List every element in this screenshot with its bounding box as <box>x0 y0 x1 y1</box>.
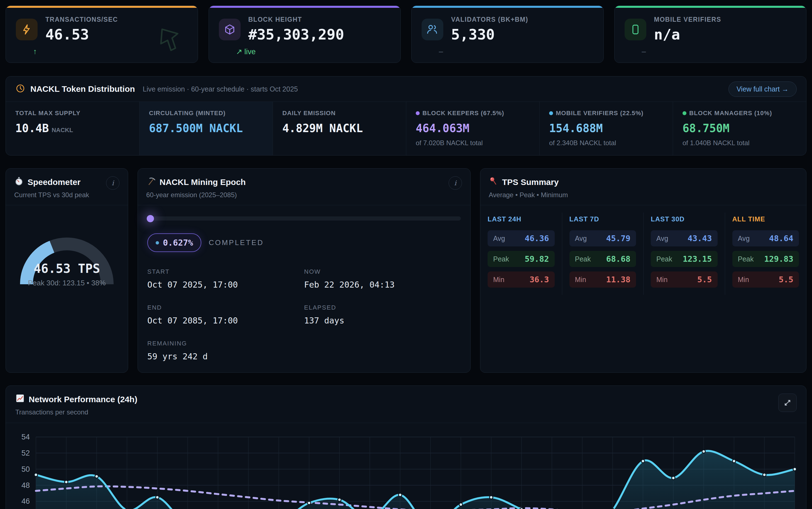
tps-col-last-30d: LAST 30D Avg43.43 Peak123.15 Min5.5 <box>643 212 725 295</box>
svg-text:48: 48 <box>22 481 30 489</box>
completed-label: COMPLETED <box>209 238 264 247</box>
stat-card-validators: VALIDATORS (BK+BM) 5,330 – <box>411 6 604 63</box>
cell-value: 687.500M NACKL <box>149 122 263 135</box>
pushpin-icon <box>489 176 498 188</box>
no-change-dash: – <box>439 47 593 56</box>
cube-icon <box>219 19 241 40</box>
avg-tile: Avg45.79 <box>569 230 636 246</box>
svg-text:46: 46 <box>22 497 30 505</box>
peak-tile: Peak129.83 <box>732 251 799 267</box>
panel-subtitle: 60-year emission (2025–2085) <box>146 191 448 199</box>
chart-up-icon <box>15 394 25 405</box>
stat-label: BLOCK HEIGHT <box>248 16 344 23</box>
cell-value: 68.750M <box>683 122 797 135</box>
stats-row: TRANSACTIONS/SEC 46.53 ↑ BLOCK HEIGHT #3… <box>6 6 806 63</box>
stat-card-block-height: BLOCK HEIGHT #35,303,290 ↗ live <box>209 6 401 63</box>
stat-value: #35,303,290 <box>248 26 344 43</box>
legend-dot <box>416 111 419 115</box>
svg-text:54: 54 <box>22 433 30 441</box>
badge-dot <box>156 241 159 244</box>
cell-value: 154.688M <box>549 122 663 135</box>
panel-title: NACKL Mining Epoch <box>160 177 246 187</box>
cell-mobile-verifiers: MOBILE VERIFIERS (22.5%) 154.688M of 2.3… <box>539 102 673 155</box>
cell-sub: of 7.020B NACKL total <box>416 139 530 147</box>
pickaxe-icon <box>146 176 156 188</box>
no-change-dash: – <box>642 47 797 56</box>
stat-card-mobile-verifiers: MOBILE VERIFIERS n/a – <box>614 6 807 63</box>
panel-title: TPS Summary <box>502 177 559 187</box>
peak-tile: Peak59.82 <box>488 251 555 267</box>
tps-gauge: 46.53 TPS Peak 30d: 123.15 • 38% <box>14 223 120 295</box>
peak-tile: Peak68.68 <box>569 251 636 267</box>
clock-icon <box>15 83 25 95</box>
completed-percent-badge: 0.627% <box>147 233 201 252</box>
gauge-sub: Peak 30d: 123.15 • 38% <box>14 279 120 287</box>
min-tile: Min5.5 <box>732 271 799 287</box>
panel-subtitle: Live emission · 60-year schedule · start… <box>143 85 298 93</box>
svg-text:52: 52 <box>22 449 30 457</box>
cell-value: 464.063M <box>416 122 530 135</box>
min-tile: Min11.38 <box>569 271 636 287</box>
mining-epoch-panel: NACKL Mining Epoch 60-year emission (202… <box>137 168 471 373</box>
cell-sub: of 1.040B NACKL total <box>683 139 797 147</box>
cursor-arrow-icon <box>156 27 183 57</box>
cell-block-managers: BLOCK MANAGERS (10%) 68.750M of 1.040B N… <box>673 102 806 155</box>
accent-bar <box>6 6 198 8</box>
cell-sub: of 2.340B NACKL total <box>549 139 663 147</box>
min-tile: Min5.5 <box>651 271 718 287</box>
stopwatch-icon <box>14 176 24 188</box>
cell-value: 4.829M NACKL <box>282 122 397 135</box>
lightning-icon <box>16 19 38 40</box>
tps-col-all-time: ALL TIME Avg48.64 Peak129.83 Min5.5 <box>725 212 806 295</box>
stat-card-tps: TRANSACTIONS/SEC 46.53 ↑ <box>6 6 198 63</box>
epoch-progress-bar <box>147 216 461 220</box>
panel-subtitle: Current TPS vs 30d peak <box>14 191 106 199</box>
stat-label: MOBILE VERIFIERS <box>654 16 721 23</box>
users-icon <box>421 19 443 40</box>
panel-title: Speedometer <box>28 177 81 187</box>
gauge-value: 46.53 TPS <box>14 262 120 276</box>
cell-unit: NACKL <box>52 127 73 134</box>
tps-col-last-24h: LAST 24H Avg46.36 Peak59.82 Min36.3 <box>480 212 562 295</box>
stat-label: TRANSACTIONS/SEC <box>45 16 118 23</box>
accent-bar <box>412 6 603 8</box>
accent-bar <box>615 6 806 8</box>
panel-title: Network Performance (24h) <box>29 395 137 404</box>
tps-summary-panel: TPS Summary Average • Peak • Minimum LAS… <box>480 168 806 373</box>
panel-subtitle: Average • Peak • Minimum <box>489 191 798 199</box>
smartphone-icon <box>625 19 646 40</box>
cell-value: 10.4B <box>15 122 49 135</box>
svg-text:50: 50 <box>22 465 30 473</box>
cell-block-keepers: BLOCK KEEPERS (67.5%) 464.063M of 7.020B… <box>406 102 539 155</box>
accent-bar <box>209 6 401 8</box>
cell-circulating: CIRCULATING (MINTED) 687.500M NACKL <box>139 102 273 155</box>
legend-dot <box>549 111 553 115</box>
field-start: START Oct 07 2025, 17:00 <box>147 268 304 290</box>
min-tile: Min36.3 <box>488 271 555 287</box>
field-elapsed: ELAPSED 137 days <box>304 304 461 326</box>
tps-col-last-7d: LAST 7D Avg45.79 Peak68.68 Min11.38 <box>562 212 644 295</box>
stat-value: n/a <box>654 26 721 43</box>
field-now: NOW Feb 22 2026, 04:13 <box>304 268 461 290</box>
stat-value: 46.53 <box>45 26 118 43</box>
view-full-chart-button[interactable]: View full chart → <box>728 81 797 97</box>
info-icon[interactable]: i <box>448 176 462 190</box>
epoch-progress-knob <box>147 215 154 222</box>
field-end: END Oct 07 2085, 17:00 <box>147 304 304 326</box>
dashboard: TRANSACTIONS/SEC 46.53 ↑ BLOCK HEIGHT #3… <box>0 0 812 509</box>
tps-line-chart: 04:0004:1504:3004:4505:0005:1505:3005:45… <box>13 426 799 509</box>
panel-title: NACKL Token Distribution <box>30 84 135 94</box>
peak-tile: Peak123.15 <box>651 251 718 267</box>
stat-value: 5,330 <box>451 26 528 43</box>
network-performance-panel: Network Performance (24h) Transactions p… <box>6 385 806 509</box>
live-indicator: ↗ live <box>236 47 391 56</box>
cell-daily-emission: DAILY EMISSION 4.829M NACKL <box>273 102 406 155</box>
avg-tile: Avg46.36 <box>488 230 555 246</box>
avg-tile: Avg48.64 <box>732 230 799 246</box>
cell-total-max-supply: TOTAL MAX SUPPLY 10.4BNACKL <box>6 102 139 155</box>
avg-tile: Avg43.43 <box>651 230 718 246</box>
field-remaining: REMAINING 59 yrs 242 d <box>147 340 304 361</box>
info-icon[interactable]: i <box>106 176 120 190</box>
token-distribution-panel: NACKL Token Distribution Live emission ·… <box>6 76 806 156</box>
expand-icon[interactable] <box>778 394 797 412</box>
